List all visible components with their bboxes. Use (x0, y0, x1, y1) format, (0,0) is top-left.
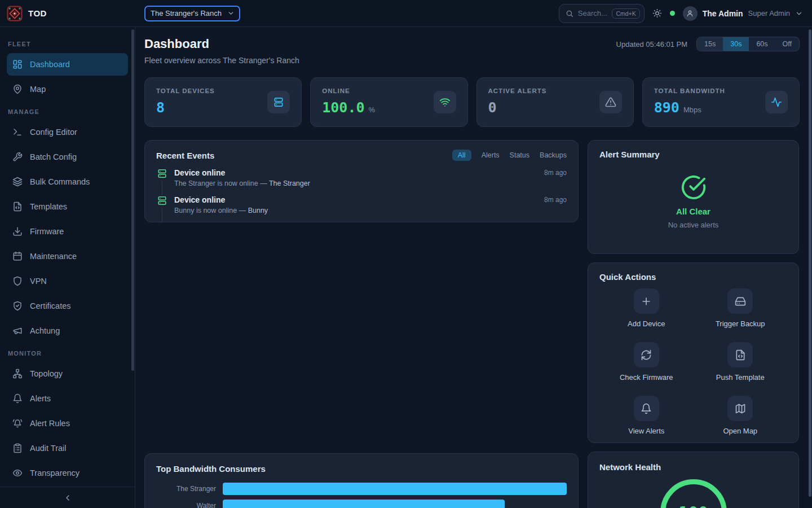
refresh-interval-group: 15s 30s 60s Off (696, 37, 800, 51)
sidebar-section-monitor: MONITOR (8, 350, 127, 357)
stat-unit: Mbps (683, 106, 701, 114)
stat-value: 0 (488, 99, 497, 116)
layout-dashboard-icon (12, 59, 23, 69)
shield-icon (12, 276, 23, 286)
interval-60s-button[interactable]: 60s (749, 37, 775, 51)
stat-unit: % (369, 106, 376, 114)
page-title: Dashboard (144, 36, 209, 52)
shield-check-icon (12, 301, 23, 311)
sidebar-item-transparency[interactable]: Transparency (7, 462, 128, 484)
bar-label: Walter (156, 502, 223, 508)
sidebar-item-label: Config Editor (30, 128, 77, 137)
bandwidth-panel-title: Top Bandwidth Consumers (156, 464, 567, 474)
check-circle-icon (681, 174, 707, 200)
megaphone-icon (12, 326, 23, 336)
quick-action-trigger-backup[interactable]: Trigger Backup (694, 288, 788, 328)
event-title: Device online (174, 195, 225, 204)
ranch-select[interactable]: The Stranger's Ranch (144, 6, 240, 21)
stat-card-total-bandwidth: TOTAL BANDWIDTH 890Mbps (642, 77, 800, 127)
tab-all[interactable]: All (452, 150, 471, 161)
ranch-select-value: The Stranger's Ranch (151, 9, 222, 17)
quick-action-check-firmware[interactable]: Check Firmware (599, 342, 694, 382)
stat-card-total-devices: TOTAL DEVICES 8 (144, 77, 302, 127)
stat-card-online: ONLINE 100.0% (310, 77, 467, 127)
refresh-icon (634, 342, 659, 367)
chevron-down-icon (227, 10, 235, 17)
connection-status-dot (670, 11, 675, 16)
page-scrollbar[interactable] (809, 29, 811, 497)
topbar: TOD The Stranger's Ranch Search... Cmd+K… (0, 0, 812, 27)
sidebar-item-achtung[interactable]: Achtung (7, 319, 128, 342)
alert-summary-panel: Alert Summary All Clear No active alerts (588, 140, 799, 254)
search-icon (566, 10, 573, 17)
quick-action-push-template[interactable]: Push Template (694, 342, 788, 382)
quick-actions-panel: Quick Actions Add Device Trigger Backup … (588, 262, 799, 443)
sidebar-item-config-editor[interactable]: Config Editor (7, 121, 128, 143)
stat-value: 890 (654, 99, 679, 116)
interval-15s-button[interactable]: 15s (697, 37, 723, 51)
alert-summary-title: Alert Summary (599, 150, 787, 159)
stat-label: TOTAL DEVICES (156, 87, 215, 94)
server-icon (267, 91, 290, 113)
file-code-icon (727, 342, 753, 367)
sidebar-item-templates[interactable]: Templates (7, 195, 128, 218)
sidebar-item-alerts[interactable]: Alerts (7, 387, 128, 410)
tab-status[interactable]: Status (510, 151, 529, 159)
quick-action-open-map[interactable]: Open Map (694, 396, 788, 435)
sidebar-item-label: Audit Trail (30, 444, 66, 453)
bell-icon (12, 393, 23, 404)
event-device-name: The Stranger (269, 179, 310, 187)
server-icon (157, 195, 167, 206)
sidebar-item-certificates[interactable]: Certificates (7, 295, 128, 317)
network-health-title: Network Health (599, 462, 787, 472)
tab-backups[interactable]: Backups (540, 151, 567, 159)
calendar-icon (12, 251, 23, 261)
sidebar-scrollbar[interactable] (131, 29, 134, 371)
interval-30s-button[interactable]: 30s (723, 37, 749, 51)
sidebar-item-label: Transparency (30, 468, 80, 478)
user-menu[interactable]: The Admin Super Admin (683, 6, 803, 21)
sidebar-item-bulk-commands[interactable]: Bulk Commands (7, 170, 128, 193)
sidebar-item-batch-config[interactable]: Batch Config (7, 146, 128, 168)
main-content: Dashboard Updated 05:46:01 PM 15s 30s 60… (135, 27, 812, 508)
sidebar-item-label: Firmware (30, 227, 64, 236)
activity-icon (765, 91, 788, 113)
event-tabs: All Alerts Status Backups (452, 150, 567, 161)
quick-action-add-device[interactable]: Add Device (599, 288, 694, 328)
sidebar-item-topology[interactable]: Topology (7, 362, 128, 385)
sidebar-item-dashboard[interactable]: Dashboard (7, 53, 128, 76)
sidebar-item-alert-rules[interactable]: Alert Rules (7, 412, 128, 435)
sidebar-item-label: Map (30, 85, 46, 94)
tab-alerts[interactable]: Alerts (482, 151, 500, 159)
event-row[interactable]: Device online 8m ago The Stranger is now… (156, 168, 567, 195)
network-health-panel: Network Health 100 (588, 452, 799, 508)
stat-value: 8 (156, 99, 165, 116)
alert-status-text: All Clear (676, 207, 710, 216)
sidebar-item-map[interactable]: Map (7, 78, 128, 100)
stats-row: TOTAL DEVICES 8 ONLINE 100.0% ACTIVE ALE… (144, 77, 800, 127)
download-icon (12, 226, 23, 237)
interval-off-button[interactable]: Off (775, 37, 799, 51)
sidebar-item-firmware[interactable]: Firmware (7, 220, 128, 243)
sidebar-item-vpn[interactable]: VPN (7, 270, 128, 292)
sidebar-item-label: Topology (30, 369, 63, 378)
bandwidth-bar (223, 500, 505, 508)
alert-detail-text: No active alerts (668, 221, 719, 229)
stat-label: ACTIVE ALERTS (488, 87, 547, 94)
brand: TOD (0, 6, 135, 21)
sidebar-item-label: Maintenance (30, 252, 77, 261)
search-input[interactable]: Search... Cmd+K (559, 4, 645, 23)
sidebar-section-fleet: FLEET (8, 41, 127, 47)
quick-action-view-alerts[interactable]: View Alerts (599, 396, 694, 435)
event-row[interactable]: Device online 8m ago Bunny is now online… (156, 195, 567, 222)
sidebar-item-audit-trail[interactable]: Audit Trail (7, 437, 128, 459)
event-description: Bunny is now online — Bunny (174, 207, 567, 214)
wifi-icon (434, 91, 456, 113)
sidebar-item-maintenance[interactable]: Maintenance (7, 245, 128, 268)
sidebar-item-label: Achtung (30, 326, 60, 335)
wrench-icon (12, 152, 23, 162)
sidebar-item-label: Batch Config (30, 152, 77, 161)
page-subtitle: Fleet overview across The Stranger's Ran… (144, 55, 800, 65)
sidebar-collapse-button[interactable] (0, 487, 135, 508)
theme-toggle-button[interactable] (652, 8, 662, 18)
